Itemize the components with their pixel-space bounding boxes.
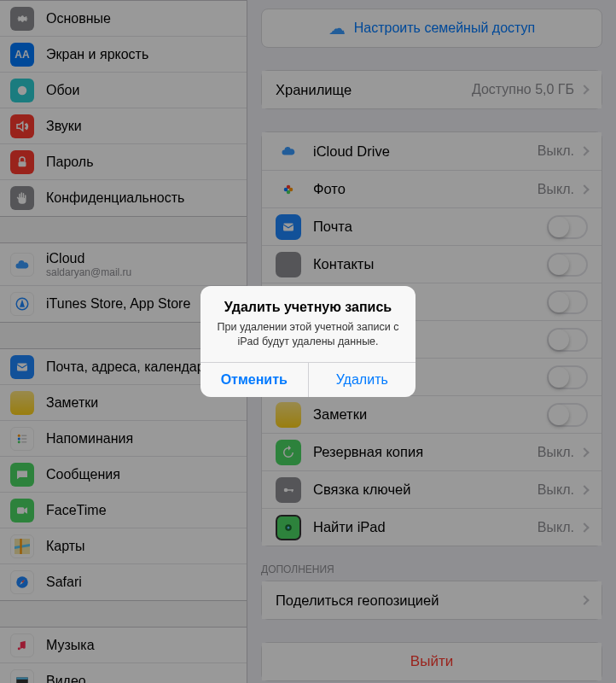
alert-message: При удалении этой учетной записи с iPad … bbox=[200, 317, 416, 363]
cancel-button[interactable]: Отменить bbox=[200, 363, 309, 397]
alert-title: Удалить учетную запись bbox=[200, 286, 416, 317]
delete-button[interactable]: Удалить bbox=[309, 363, 416, 397]
modal-overlay: Удалить учетную запись При удалении этой… bbox=[0, 0, 616, 683]
delete-account-alert: Удалить учетную запись При удалении этой… bbox=[200, 286, 416, 398]
